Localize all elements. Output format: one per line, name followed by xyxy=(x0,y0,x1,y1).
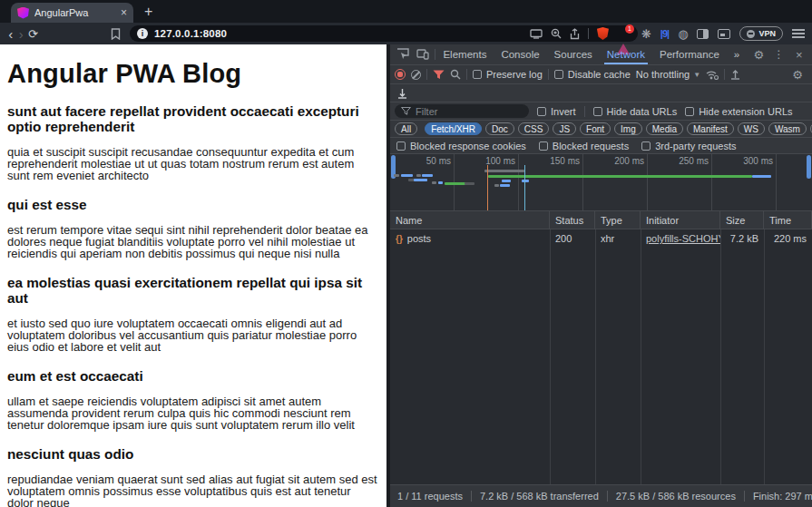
tab-close-icon[interactable]: × xyxy=(121,7,127,18)
filter-placeholder: Filter xyxy=(416,106,437,117)
back-button[interactable]: ‹ xyxy=(7,27,15,41)
record-icon[interactable] xyxy=(395,69,406,80)
post-heading: qui est esse xyxy=(7,198,379,213)
extensions-icon[interactable]: ❋ xyxy=(641,28,651,40)
column-time[interactable]: Time xyxy=(764,211,812,229)
devtools-tab-performance[interactable]: Performance xyxy=(653,44,726,64)
reload-button[interactable]: ⟳ xyxy=(28,28,38,40)
screenshare-icon[interactable] xyxy=(530,29,543,39)
devtools-tab-console[interactable]: Console xyxy=(494,44,545,64)
filter-pill-all[interactable]: All xyxy=(395,122,417,135)
vpn-button[interactable]: VPN xyxy=(739,26,783,41)
column-separator xyxy=(550,229,551,484)
blocked-response-cookies-checkbox[interactable]: Blocked response cookies xyxy=(396,141,526,151)
network-conditions-icon[interactable] xyxy=(706,70,719,80)
filter-input[interactable]: Filter xyxy=(395,104,529,118)
devtools-close-icon[interactable]: × xyxy=(790,46,808,63)
inspect-element-icon[interactable] xyxy=(394,46,412,63)
filter-pill-js[interactable]: JS xyxy=(553,122,576,135)
wallet-icon[interactable] xyxy=(718,29,730,39)
overview-request-bar xyxy=(465,182,474,185)
filter-pill-css[interactable]: CSS xyxy=(518,122,550,135)
more-tabs-icon[interactable]: » xyxy=(728,44,746,64)
device-toolbar-icon[interactable] xyxy=(414,46,432,63)
disable-cache-label: Disable cache xyxy=(568,69,631,80)
overview-request-bar xyxy=(438,181,444,184)
overview-request-bar xyxy=(432,181,437,184)
overview-request-bar xyxy=(414,179,427,181)
overview-event-marker xyxy=(487,165,489,210)
menu-icon[interactable] xyxy=(792,29,805,38)
divider xyxy=(548,69,549,80)
column-type[interactable]: Type xyxy=(595,211,641,229)
column-name[interactable]: Name xyxy=(390,211,550,229)
forward-button[interactable]: › xyxy=(18,27,25,41)
network-overview-timeline[interactable]: 50 ms100 ms150 ms200 ms250 ms300 ms xyxy=(390,154,812,211)
divider xyxy=(588,28,589,39)
column-initiator[interactable]: Initiator xyxy=(641,211,720,229)
devtools-tab-elements[interactable]: Elements xyxy=(436,44,493,64)
hide-data-urls-checkbox[interactable]: Hide data URLs xyxy=(593,106,678,117)
brave-shield-icon[interactable] xyxy=(597,27,609,40)
hide-extension-urls-checkbox[interactable]: Hide extension URLs xyxy=(685,106,792,117)
request-time: 220 ms xyxy=(764,233,812,244)
throttling-value: No throttling xyxy=(636,69,690,80)
resources-size: 27.5 kB / 586 kB resources xyxy=(607,491,744,502)
post-body: quia et suscipit suscipit recusandae con… xyxy=(7,146,379,182)
split-view-icon[interactable] xyxy=(697,29,709,39)
overview-right-handle[interactable] xyxy=(807,155,811,179)
preserve-log-label: Preserve log xyxy=(486,69,543,80)
request-initiator[interactable]: polyfills-SCHOHYN xyxy=(641,233,720,244)
finish-time: Finish: 297 ms xyxy=(744,491,812,502)
throttling-select[interactable]: No throttling ▼ xyxy=(636,69,700,80)
filter-pill-manifest[interactable]: Manifest xyxy=(687,122,734,135)
filter-pill-doc[interactable]: Doc xyxy=(485,122,514,135)
checkbox-icon xyxy=(537,107,546,116)
search-icon[interactable] xyxy=(450,69,461,80)
post-body: est rerum tempore vitae sequi sint nihil… xyxy=(7,224,379,260)
blocked-requests-label: Blocked requests xyxy=(553,141,629,151)
devtools-tab-network[interactable]: Network xyxy=(601,44,651,64)
filter-pill-font[interactable]: Font xyxy=(580,122,611,135)
bookmark-icon[interactable] xyxy=(111,28,121,40)
filter-pill-wasm[interactable]: Wasm xyxy=(768,122,807,135)
blocked-requests-checkbox[interactable]: Blocked requests xyxy=(539,141,629,151)
blue-extension-icon[interactable]: |9| xyxy=(660,28,669,39)
request-type: xhr xyxy=(595,233,641,244)
hide-extension-urls-label: Hide extension URLs xyxy=(699,106,792,117)
checkbox-icon xyxy=(641,141,651,151)
column-size[interactable]: Size xyxy=(720,211,764,229)
filter-pill-img[interactable]: Img xyxy=(614,122,642,135)
browser-tab[interactable]: AngularPwa × xyxy=(11,3,133,23)
table-row[interactable]: {}posts 200 xhr polyfills-SCHOHYN 7.2 kB… xyxy=(390,229,812,248)
url-text[interactable]: 127.0.0.1:8080 xyxy=(154,28,523,39)
filter-pill-ws[interactable]: WS xyxy=(738,122,765,135)
url-bar[interactable]: i 127.0.0.1:8080 1 xyxy=(130,25,638,42)
zoom-icon[interactable] xyxy=(551,28,562,39)
network-status-bar: 1 / 11 requests 7.2 kB / 568 kB transfer… xyxy=(390,484,812,507)
new-tab-button[interactable]: + xyxy=(144,4,152,20)
clear-icon[interactable] xyxy=(411,70,421,80)
post-body: repudiandae veniam quaerat sunt sed alia… xyxy=(7,473,379,507)
circle-extension-icon[interactable]: ◍ xyxy=(678,28,688,40)
extension-triangle-icon[interactable]: 1 xyxy=(617,28,631,40)
site-info-icon[interactable]: i xyxy=(137,28,148,39)
preserve-log-checkbox[interactable]: Preserve log xyxy=(473,69,543,80)
filter-pill-fetchxhr[interactable]: Fetch/XHR xyxy=(425,122,482,135)
divider xyxy=(466,69,467,80)
devtools-tab-sources[interactable]: Sources xyxy=(548,44,599,64)
disable-cache-checkbox[interactable]: Disable cache xyxy=(554,69,631,80)
share-icon[interactable] xyxy=(570,28,580,40)
tab-strip: AngularPwa × + xyxy=(0,0,812,23)
network-settings-icon[interactable]: ⚙ xyxy=(788,66,807,83)
third-party-requests-checkbox[interactable]: 3rd-party requests xyxy=(641,141,736,151)
devtools-menu-icon[interactable]: ⋮ xyxy=(769,46,788,63)
invert-checkbox[interactable]: Invert xyxy=(537,106,576,117)
filter-pill-media[interactable]: Media xyxy=(646,122,683,135)
filter-toggle-icon[interactable] xyxy=(433,70,445,80)
column-status[interactable]: Status xyxy=(550,211,595,229)
import-har-icon[interactable] xyxy=(730,69,740,80)
export-har-icon[interactable] xyxy=(397,88,407,99)
devtools-settings-icon[interactable]: ⚙ xyxy=(749,46,768,63)
checkbox-icon xyxy=(593,107,602,116)
